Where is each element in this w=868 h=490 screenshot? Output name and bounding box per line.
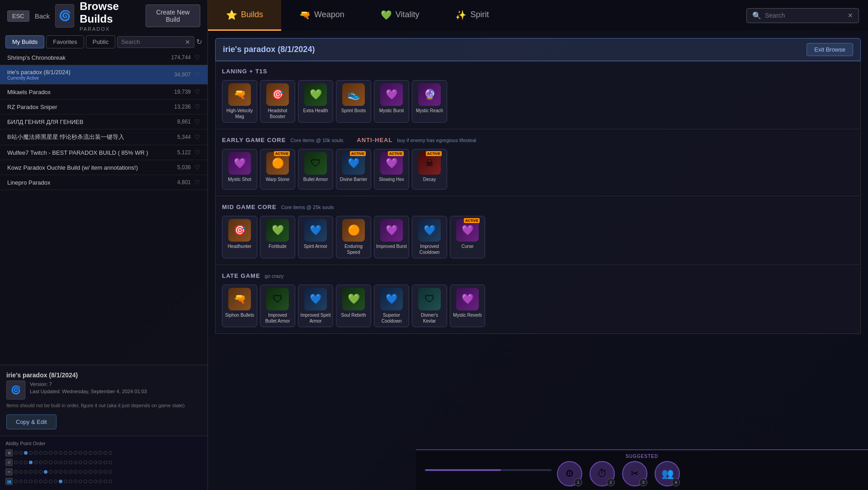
- top-search-box: 🔍 ✕: [746, 8, 859, 23]
- item-card[interactable]: 💙 Spirit Armor: [298, 216, 333, 258]
- item-card[interactable]: 💙 Improved Cooldown: [412, 216, 447, 258]
- ability-dot: [59, 480, 62, 483]
- item-icon: 💚: [342, 288, 365, 310]
- copy-edit-button[interactable]: Copy & Edit: [6, 414, 57, 429]
- item-card[interactable]: 💙 Superior Cooldown: [374, 285, 409, 327]
- item-card[interactable]: 💜 Mystic Burst: [374, 80, 409, 123]
- active-badge: ACTIVE: [274, 151, 290, 156]
- tab-my-builds[interactable]: My Builds: [5, 35, 44, 48]
- heart-button[interactable]: ♡: [194, 133, 200, 141]
- nav-tab-label-spirit: Spirit: [470, 10, 489, 19]
- ability-dot: [29, 451, 33, 455]
- build-list-item[interactable]: Linepro Paradox 4,801 ♡: [0, 175, 208, 190]
- tab-public[interactable]: Public: [86, 35, 115, 48]
- active-label: Currently Active: [7, 76, 174, 81]
- create-new-build-button[interactable]: Create New Build: [146, 5, 200, 27]
- item-card[interactable]: 🔫 High-Velocity Mag: [222, 80, 257, 123]
- item-icon: 👟: [342, 83, 365, 106]
- suggestion-icon[interactable]: ✂ 3: [622, 461, 647, 486]
- build-list-item[interactable]: Mikaels Paradox 19,739 ♡: [0, 85, 208, 100]
- builds-search-input[interactable]: [121, 38, 182, 45]
- ability-dot: [34, 480, 38, 483]
- item-card[interactable]: 🛡 Diviner's Kevlar: [412, 285, 447, 327]
- build-list-item[interactable]: RZ Paradox Sniper 13,236 ♡: [0, 100, 208, 114]
- item-icon: 🛡: [304, 152, 327, 175]
- item-icon: 💜: [228, 152, 251, 175]
- item-name: Improved Burst: [376, 243, 407, 249]
- heart-button[interactable]: ♡: [194, 118, 200, 125]
- nav-tab-weapon[interactable]: 🔫Weapon: [281, 0, 363, 31]
- item-card[interactable]: ☠ ACTIVE Decay: [412, 149, 447, 190]
- suggested-label: SUGGESTED: [626, 454, 658, 459]
- search-clear-icon[interactable]: ✕: [185, 38, 190, 46]
- heart-button[interactable]: ♡: [194, 88, 200, 95]
- tab-favorites[interactable]: Favorites: [46, 35, 84, 48]
- build-list-item[interactable]: Shrimp's Chronobreak 174,744 ♡: [0, 50, 208, 65]
- heart-button[interactable]: ♡: [194, 71, 200, 78]
- ability-dot: [29, 480, 33, 483]
- item-card[interactable]: 💜 Mystic Reverb: [450, 285, 485, 327]
- suggestion-icons: ⚙ 1 ⏱ 2 ✂ 3 👥 4: [557, 461, 680, 486]
- scroll-indicator[interactable]: [425, 469, 552, 471]
- top-search-input[interactable]: [765, 12, 844, 19]
- ability-dot: [24, 451, 28, 455]
- item-name: Improved Spirit Armor: [300, 312, 331, 324]
- item-name: Slowing Hex: [379, 176, 404, 182]
- item-card[interactable]: 💜 ACTIVE Slowing Hex: [374, 149, 409, 190]
- items-grid: 🔫 Siphon Bullets 🛡 Improved Bullet Armor…: [222, 285, 854, 327]
- item-card[interactable]: 💚 Fortitude: [260, 216, 295, 258]
- heart-button[interactable]: ♡: [194, 54, 200, 61]
- suggestion-icon[interactable]: ⏱ 2: [590, 461, 615, 486]
- section-title: LATE GAME: [222, 272, 260, 279]
- item-card[interactable]: 🔮 Mystic Reach: [412, 80, 447, 123]
- nav-tab-spirit[interactable]: ✨Spirit: [437, 0, 507, 31]
- item-card[interactable]: 💙 ACTIVE Divine Barrier: [336, 149, 371, 190]
- item-icon: 🔫: [228, 83, 251, 106]
- exit-browse-button[interactable]: Exit Browse: [807, 43, 853, 56]
- item-card[interactable]: 💚 Extra Health: [298, 80, 333, 123]
- nav-tab-label-weapon: Weapon: [314, 10, 344, 19]
- items-grid: 🔫 High-Velocity Mag 🎯 Headshot Booster 💚: [222, 80, 854, 123]
- item-card[interactable]: 🔫 Siphon Bullets: [222, 285, 257, 327]
- item-card[interactable]: 🎯 Headshot Booster: [260, 80, 295, 123]
- nav-tabs: ⭐Builds🔫Weapon💚Vitality✨Spirit 🔍 ✕: [208, 0, 868, 31]
- ability-dot: [44, 461, 47, 464]
- item-card[interactable]: 🛡 Bullet Armor: [298, 149, 333, 190]
- suggestion-icon[interactable]: 👥 4: [655, 461, 680, 486]
- item-name: Spirit Armor: [304, 243, 327, 249]
- item-card[interactable]: 🛡 Improved Bullet Armor: [260, 285, 295, 327]
- item-card[interactable]: 💜 Improved Burst: [374, 216, 409, 258]
- build-list-item[interactable]: Wulfee7 Twitch - BEST PARADOX BUILD ( 85…: [0, 145, 208, 160]
- item-card[interactable]: 💚 Soul Rebirth: [336, 285, 371, 327]
- heart-button[interactable]: ♡: [194, 164, 200, 171]
- item-card[interactable]: 💜 Mystic Shot: [222, 149, 257, 190]
- build-list-item[interactable]: B站小魔法师黑星星 悖论秒杀流出装一键导入 5,344 ♡: [0, 129, 208, 145]
- ability-dot: [59, 461, 62, 464]
- heart-button[interactable]: ♡: [194, 103, 200, 110]
- heart-button[interactable]: ♡: [194, 179, 200, 186]
- anti-heal-title: ANTI-HEAL: [357, 137, 392, 143]
- esc-button[interactable]: ESC: [7, 10, 29, 22]
- top-search-clear-icon[interactable]: ✕: [848, 12, 853, 19]
- ability-dot: [29, 470, 33, 474]
- back-button[interactable]: Back: [35, 12, 50, 20]
- nav-tab-vitality[interactable]: 💚Vitality: [363, 0, 438, 31]
- item-card[interactable]: 💜 ACTIVE Curse: [450, 216, 485, 258]
- item-card[interactable]: 🎯 Headhunter: [222, 216, 257, 258]
- ability-dot: [89, 470, 92, 474]
- ability-row-icon: 👥: [5, 478, 13, 485]
- item-card[interactable]: 👟 Sprint Boots: [336, 80, 371, 123]
- item-card[interactable]: 💙 Improved Spirit Armor: [298, 285, 333, 327]
- item-card[interactable]: 🟠 Enduring Speed: [336, 216, 371, 258]
- suggestion-icon[interactable]: ⚙ 1: [557, 461, 582, 486]
- build-list-item[interactable]: irie's paradox (8/1/2024) Currently Acti…: [0, 65, 208, 85]
- section-title: EARLY GAME CORE: [222, 137, 286, 143]
- item-card[interactable]: 🟠 ACTIVE Warp Stone: [260, 149, 295, 190]
- refresh-button[interactable]: ↻: [196, 38, 202, 46]
- build-item-count: 5,122: [177, 149, 191, 156]
- heart-button[interactable]: ♡: [194, 149, 200, 156]
- build-list-item[interactable]: БИЛД ГЕНИЯ ДЛЯ ГЕНИЕВ 8,861 ♡: [0, 114, 208, 129]
- nav-tab-builds[interactable]: ⭐Builds: [208, 0, 281, 31]
- ability-dot: [69, 461, 72, 464]
- build-list-item[interactable]: Kowz Paradox Ouchle Build (w/ item annot…: [0, 160, 208, 175]
